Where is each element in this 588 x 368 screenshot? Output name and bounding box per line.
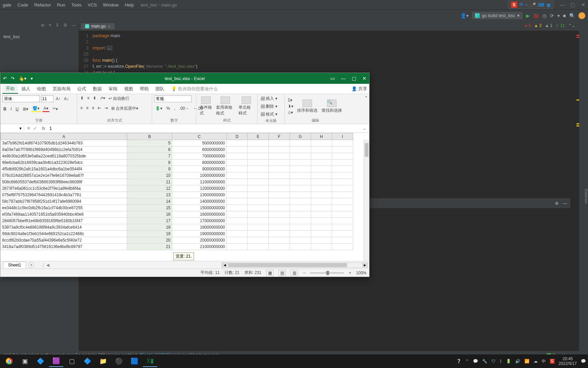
- tab-formulas[interactable]: 公式: [74, 85, 89, 93]
- formula-input[interactable]: 1: [47, 126, 360, 131]
- delete-cells[interactable]: ▦ 删除 ▾: [260, 103, 282, 110]
- currency-icon[interactable]: 💲▾: [154, 106, 163, 111]
- fill-icon[interactable]: ⬇▾: [287, 104, 294, 109]
- column-header-D[interactable]: D: [227, 133, 248, 140]
- hide-icon[interactable]: —: [563, 201, 567, 206]
- avatar-icon[interactable]: [578, 12, 585, 19]
- column-header-B[interactable]: B: [127, 133, 172, 140]
- tell-me[interactable]: 💡 告诉我你想要做什么: [171, 86, 218, 92]
- tray-volume-icon[interactable]: 🔊: [515, 359, 520, 364]
- align-center-icon[interactable]: ≡: [85, 105, 89, 112]
- table-row[interactable]: 8ccdf62b0cdae70a55af44396e6e5c5f40e72202…: [1, 237, 353, 244]
- excel-minimize-icon[interactable]: —: [341, 76, 346, 81]
- column-header-A[interactable]: A: [1, 133, 127, 140]
- database-tool[interactable]: Database: [584, 25, 588, 368]
- profile-icon[interactable]: ⟳: [550, 13, 554, 18]
- find-select[interactable]: 🔍查找和选择: [320, 99, 343, 114]
- cancel-formula-icon[interactable]: ✕: [27, 126, 31, 131]
- table-row[interactable]: 53973a8cf0c4e886186f84a9c3934afce6414181…: [1, 224, 353, 231]
- table-row[interactable]: 3418a7adf0389d51475819136e8bd9c697972121…: [1, 244, 353, 250]
- wrap-text[interactable]: ↩ 自动换行: [108, 95, 130, 102]
- excel-taskbar[interactable]: X▮: [143, 355, 157, 367]
- column-header-F[interactable]: F: [269, 133, 290, 140]
- align-top-icon[interactable]: ⬆: [79, 95, 85, 102]
- grid-area[interactable]: ABCDEFGHI 3af7b962fd14df874107905db1d246…: [0, 133, 369, 261]
- tray-sogou-icon[interactable]: S: [550, 359, 555, 364]
- format-table[interactable]: 套用表格格式: [215, 96, 236, 117]
- table-row[interactable]: ef3fa7489aa1140571651b5a935940bbc40e8161…: [1, 211, 353, 218]
- ime-lang[interactable]: 中: [519, 2, 524, 8]
- font-color-icon[interactable]: A▾: [43, 106, 49, 112]
- debug-button-icon[interactable]: 🐞: [533, 13, 539, 18]
- sort-filter[interactable]: 排序和筛选: [296, 99, 319, 114]
- collapse-ribbon-icon[interactable]: ⌃: [364, 95, 368, 100]
- project-root[interactable]: test_bsc: [3, 33, 75, 40]
- bold-button[interactable]: B: [2, 106, 7, 112]
- table-row[interactable]: 8a03e7ab7f788b1f869d40496b1c2efa7b914660…: [1, 147, 353, 153]
- redo-icon[interactable]: ↷: [11, 76, 15, 81]
- gear-icon[interactable]: ⚙: [63, 22, 67, 30]
- table-row[interactable]: 99dc9024a6e1f3eb1544e669152ca1c22468c191…: [1, 231, 353, 237]
- run-button-icon[interactable]: ▶: [526, 13, 530, 18]
- chevron-icon[interactable]: ⌃⌄: [568, 23, 575, 28]
- table-row[interactable]: 3af7b962fd14df874107905db1d246344b783550…: [1, 140, 353, 147]
- tab-close-icon[interactable]: ✕: [108, 25, 111, 28]
- obs-taskbar[interactable]: ⚫: [112, 355, 126, 367]
- scroll-right-icon[interactable]: ▶: [362, 263, 368, 267]
- tray-wechat-icon[interactable]: 💬: [473, 359, 478, 364]
- tab-home[interactable]: 开始: [2, 84, 18, 94]
- add-sheet-button[interactable]: +: [28, 262, 34, 268]
- column-header-I[interactable]: I: [332, 133, 353, 140]
- close-icon[interactable]: ✕: [581, 2, 585, 7]
- taskbar-clock[interactable]: 20:45 2022/5/17: [559, 356, 577, 366]
- menu-help[interactable]: Help: [125, 2, 134, 7]
- zoom-out-icon[interactable]: −: [303, 271, 305, 275]
- align-bot-icon[interactable]: ⬇: [92, 95, 97, 102]
- explorer-taskbar[interactable]: 📁: [96, 355, 110, 367]
- menu-vcs[interactable]: VCS: [88, 2, 97, 7]
- table-row[interactable]: 96e6cba62b16939caa3b4b1a3223029e5dcc8800…: [1, 159, 353, 166]
- code-editor[interactable]: 1package main 2 3import ... 25 26func ma…: [79, 31, 579, 78]
- align-mid-icon[interactable]: ≡: [86, 95, 91, 102]
- align-right-icon[interactable]: ≡: [91, 105, 95, 112]
- more-icon[interactable]: ▾: [557, 13, 560, 18]
- chrome-taskbar[interactable]: [2, 355, 16, 367]
- autosum-icon[interactable]: Σ▾: [287, 97, 294, 103]
- phonetic-icon[interactable]: ᵃᵇ▾: [51, 106, 59, 112]
- tab-insert[interactable]: 插入: [18, 85, 34, 93]
- zoom-slider[interactable]: [310, 272, 344, 274]
- menu-window[interactable]: Window: [103, 2, 118, 7]
- user-icon[interactable]: 👤▾: [460, 13, 469, 18]
- ime-mic-icon[interactable]: 🎤: [530, 2, 536, 7]
- table-row[interactable]: 4e9b30a1d653e5a6a22ced6118a8070325bde770…: [1, 153, 353, 159]
- conditional-format[interactable]: 条件格式: [198, 96, 213, 117]
- table-row[interactable]: 2848057bbef91e49b9359165f6e5160b15f47171…: [1, 218, 353, 224]
- percent-icon[interactable]: %: [165, 106, 171, 111]
- minimize-icon[interactable]: —: [560, 2, 565, 7]
- horizontal-scrollbar[interactable]: ◀ ▶: [222, 262, 368, 268]
- zoom-in-icon[interactable]: +: [349, 271, 351, 275]
- inc-decimal-icon[interactable]: .00→: [178, 106, 190, 111]
- zoom-level[interactable]: 100%: [356, 271, 366, 275]
- insert-cells[interactable]: ▦ 插入 ▾: [260, 95, 282, 102]
- run-config-selector[interactable]: go build test_bsc ▾: [472, 12, 523, 19]
- indent-dec-icon[interactable]: ⇤: [97, 105, 102, 112]
- tab-layout[interactable]: 页面布局: [49, 85, 74, 93]
- tab-data[interactable]: 数据: [89, 85, 105, 93]
- stop-icon[interactable]: ■: [563, 13, 566, 18]
- merge-center[interactable]: ⊞ 合并后居中▾: [110, 105, 139, 112]
- page-layout-icon[interactable]: ▤: [278, 270, 286, 276]
- tray-ime-icon[interactable]: 中: [542, 358, 546, 364]
- app-taskbar-4[interactable]: 🟦: [127, 355, 142, 367]
- menu-code[interactable]: Code: [17, 2, 28, 7]
- clear-icon[interactable]: ◇▾: [287, 110, 294, 115]
- indent-inc-icon[interactable]: ⇥: [103, 105, 109, 112]
- format-cells[interactable]: ▦ 格式 ▾: [260, 111, 282, 118]
- tray-up-icon[interactable]: ⌃: [466, 359, 469, 364]
- gear-icon[interactable]: ⚙: [555, 201, 559, 206]
- comma-icon[interactable]: ,: [173, 106, 176, 111]
- tray-battery-icon[interactable]: 🔋: [506, 359, 511, 364]
- hide-icon[interactable]: —: [71, 22, 76, 30]
- app-taskbar-2[interactable]: ▢: [65, 355, 79, 367]
- collapse-icon[interactable]: ⇕: [55, 22, 59, 30]
